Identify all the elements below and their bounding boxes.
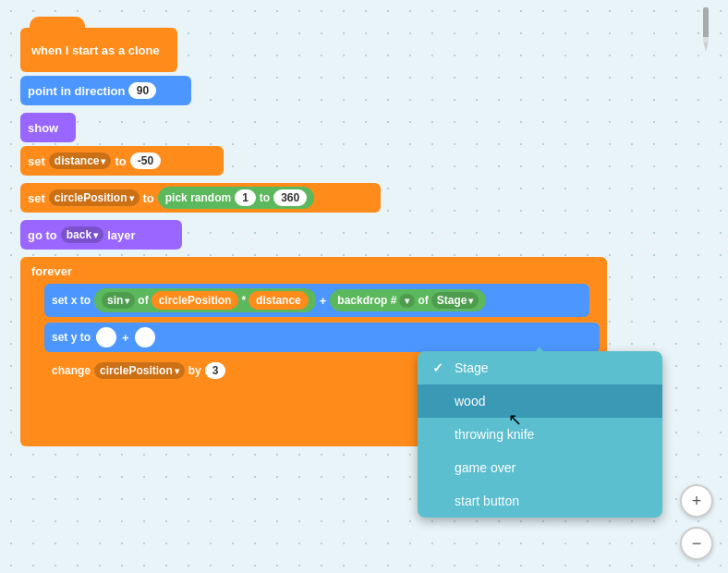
sprite-dropdown-menu[interactable]: ✓ Stage wood throwing knife game over st… — [418, 351, 662, 518]
distance-dropdown[interactable]: distance — [49, 152, 112, 169]
hat-block-label: when I start as a clone — [31, 43, 160, 57]
checkmark-icon: ✓ — [432, 360, 447, 375]
distance-value[interactable]: -50 — [130, 152, 161, 169]
sin-block: sin of circlePosition * distance — [94, 288, 316, 312]
zoom-in-icon: + — [692, 492, 702, 511]
random-to-value[interactable]: 360 — [273, 189, 307, 206]
dropdown-item-throwing-knife[interactable]: throwing knife — [418, 418, 662, 451]
when-start-as-clone-block: when I start as a clone — [20, 28, 177, 72]
sin-dropdown[interactable]: sin — [102, 292, 135, 309]
backdrop-dropdown[interactable] — [399, 294, 415, 308]
direction-value[interactable]: 90 — [128, 82, 156, 99]
change-var-dropdown[interactable]: circlePosition — [94, 362, 185, 379]
show-block: show — [20, 113, 76, 142]
back-dropdown[interactable]: back — [61, 226, 103, 243]
to2-label: to — [260, 191, 270, 204]
svg-rect-0 — [703, 7, 709, 41]
set-x-block: set x to sin of circlePosition * distanc… — [44, 284, 589, 317]
change-value[interactable]: 3 — [205, 362, 226, 379]
zoom-in-button[interactable]: + — [680, 484, 713, 518]
to-label-1: to — [115, 154, 126, 168]
pick-random-block: pick random 1 to 360 — [158, 187, 314, 209]
dropdown-gameover-label: game over — [455, 460, 516, 475]
go-to-layer-block: go to back layer — [20, 220, 182, 250]
dropdown-wood-label: wood — [455, 394, 485, 408]
backdrop-label: backdrop # — [337, 294, 396, 307]
to-label-2: to — [143, 191, 154, 205]
distance-reporter: distance — [249, 291, 309, 310]
of-label-1: of — [138, 294, 148, 307]
point-direction-label: point in direction — [28, 84, 125, 98]
set-y-block: set y to + — [44, 323, 600, 352]
circleposition-reporter: circlePosition — [152, 291, 239, 310]
pick-random-label: pick random — [165, 191, 231, 204]
of-label-2: of — [418, 294, 428, 307]
backdrop-block: backdrop # of Stage — [330, 289, 486, 311]
zoom-out-button[interactable]: − — [680, 527, 713, 560]
dropdown-item-game-over[interactable]: game over — [418, 451, 662, 484]
y-circle-2 — [135, 327, 155, 347]
circleposition-dropdown[interactable]: circlePosition — [49, 189, 140, 206]
pencil-icon — [698, 7, 713, 63]
dropdown-stage-label: Stage — [455, 360, 489, 375]
zoom-out-icon: − — [692, 534, 702, 554]
set-circleposition-block: set circlePosition to pick random 1 to 3… — [20, 183, 381, 213]
go-to-label: go to — [28, 228, 57, 242]
stage-dropdown[interactable]: Stage — [431, 292, 479, 309]
set-x-label: set x to — [52, 294, 91, 307]
point-direction-block: point in direction 90 — [20, 76, 191, 105]
by-label: by — [188, 364, 201, 377]
svg-rect-2 — [703, 37, 709, 43]
set-y-label: set y to — [52, 331, 91, 344]
set-label-1: set — [28, 154, 45, 168]
layer-label: layer — [107, 228, 135, 242]
multiply-op: * — [241, 294, 246, 307]
change-label: change — [52, 364, 91, 377]
dropdown-knife-label: throwing knife — [455, 427, 534, 442]
y-circle-1 — [96, 327, 116, 347]
set-distance-block: set distance to -50 — [20, 146, 224, 176]
plus-op: + — [320, 294, 327, 308]
plus-op-2: + — [122, 331, 129, 345]
dropdown-startbutton-label: start button — [455, 494, 519, 508]
dropdown-item-start-button[interactable]: start button — [418, 484, 662, 518]
random-from-value[interactable]: 1 — [235, 189, 256, 206]
set-label-2: set — [28, 191, 45, 205]
forever-label: forever — [28, 262, 600, 280]
dropdown-arrow — [528, 347, 551, 360]
show-label: show — [28, 121, 58, 135]
dropdown-item-wood[interactable]: wood — [418, 384, 662, 418]
